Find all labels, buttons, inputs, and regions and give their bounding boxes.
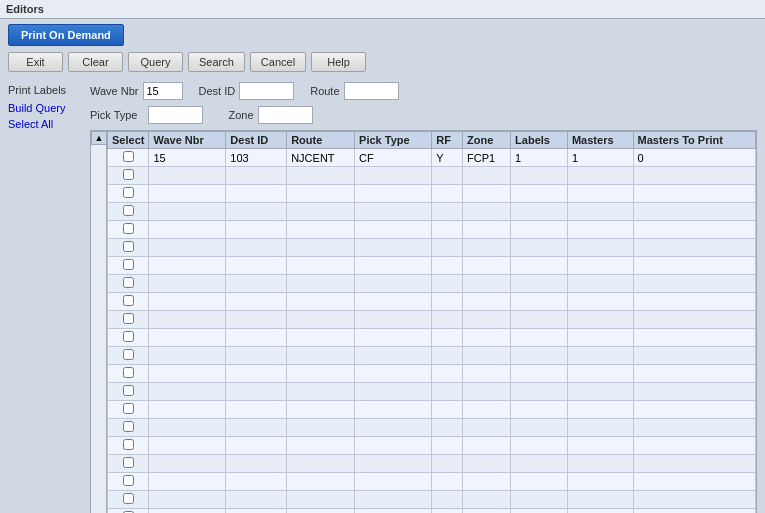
exit-button[interactable]: Exit (8, 52, 63, 72)
title-bar: Editors (0, 0, 765, 19)
col-zone: Zone (462, 132, 510, 149)
cell-dest-id: 103 (226, 149, 287, 167)
data-table: Select Wave Nbr Dest ID Route Pick Type … (107, 131, 756, 513)
cell-wave-nbr: 15 (149, 149, 226, 167)
content-area: Print Labels Build Query Select All Wave… (0, 76, 765, 513)
table-row (108, 275, 756, 293)
row-checkbox[interactable] (123, 151, 134, 162)
row-checkbox[interactable] (123, 331, 134, 342)
cell-zone: FCP1 (462, 149, 510, 167)
table-row: 15 103 NJCENT CF Y FCP1 1 1 0 (108, 149, 756, 167)
row-checkbox[interactable] (123, 295, 134, 306)
select-all-link[interactable]: Select All (8, 118, 80, 130)
wave-nbr-group: Wave Nbr (90, 82, 183, 100)
zone-input[interactable] (258, 106, 313, 124)
table-row (108, 401, 756, 419)
row-checkbox[interactable] (123, 457, 134, 468)
search-button[interactable]: Search (188, 52, 245, 72)
query-button[interactable]: Query (128, 52, 183, 72)
table-row (108, 509, 756, 514)
row-checkbox[interactable] (123, 475, 134, 486)
window-title: Editors (6, 3, 44, 15)
main-panel: Wave Nbr Dest ID Route Pick Type (90, 80, 757, 513)
col-masters-to-print: Masters To Print (633, 132, 755, 149)
build-query-link[interactable]: Build Query (8, 102, 80, 114)
data-table-container: ▲ ▼ Select Wave Nbr Dest ID Route (90, 130, 757, 513)
form-row-1: Wave Nbr Dest ID Route (90, 80, 757, 102)
table-row (108, 293, 756, 311)
row-checkbox[interactable] (123, 259, 134, 270)
row-checkbox[interactable] (123, 493, 134, 504)
row-checkbox[interactable] (123, 187, 134, 198)
cell-masters: 1 (567, 149, 633, 167)
row-checkbox-cell[interactable] (108, 149, 149, 167)
clear-button[interactable]: Clear (68, 52, 123, 72)
table-row (108, 437, 756, 455)
row-checkbox[interactable] (123, 439, 134, 450)
pick-type-group: Pick Type (90, 106, 203, 124)
row-checkbox[interactable] (123, 241, 134, 252)
route-input[interactable] (344, 82, 399, 100)
table-row (108, 167, 756, 185)
col-dest-id: Dest ID (226, 132, 287, 149)
table-row (108, 365, 756, 383)
cell-rf: Y (432, 149, 463, 167)
scroll-up-button[interactable]: ▲ (91, 131, 107, 145)
toolbar: Print On Demand (0, 19, 765, 50)
table-row (108, 203, 756, 221)
col-rf: RF (432, 132, 463, 149)
table-row (108, 455, 756, 473)
dest-id-label: Dest ID (199, 85, 236, 97)
table-row (108, 185, 756, 203)
wave-nbr-input[interactable] (143, 82, 183, 100)
col-route: Route (287, 132, 355, 149)
action-buttons: Exit Clear Query Search Cancel Help (0, 50, 765, 76)
row-checkbox[interactable] (123, 313, 134, 324)
table-row (108, 257, 756, 275)
print-labels-text: Print Labels (8, 84, 80, 96)
col-select: Select (108, 132, 149, 149)
table-scroll[interactable]: Select Wave Nbr Dest ID Route Pick Type … (107, 131, 756, 513)
row-checkbox[interactable] (123, 421, 134, 432)
col-labels: Labels (511, 132, 568, 149)
row-checkbox[interactable] (123, 403, 134, 414)
help-button[interactable]: Help (311, 52, 366, 72)
pick-type-label: Pick Type (90, 109, 138, 121)
table-row (108, 239, 756, 257)
pick-type-input[interactable] (148, 106, 203, 124)
cell-route: NJCENT (287, 149, 355, 167)
table-row (108, 311, 756, 329)
form-row-2: Pick Type Zone (90, 104, 757, 126)
left-panel: Print Labels Build Query Select All (4, 80, 84, 513)
row-checkbox[interactable] (123, 349, 134, 360)
table-row (108, 329, 756, 347)
row-checkbox[interactable] (123, 367, 134, 378)
row-checkbox[interactable] (123, 205, 134, 216)
route-group: Route (310, 82, 398, 100)
route-label: Route (310, 85, 339, 97)
dest-id-group: Dest ID (199, 82, 295, 100)
cell-labels: 1 (511, 149, 568, 167)
table-row (108, 473, 756, 491)
row-checkbox[interactable] (123, 223, 134, 234)
col-masters: Masters (567, 132, 633, 149)
zone-group: Zone (229, 106, 313, 124)
print-on-demand-button[interactable]: Print On Demand (8, 24, 124, 46)
main-window: Editors Print On Demand Exit Clear Query… (0, 0, 765, 513)
cell-masters-to-print: 0 (633, 149, 755, 167)
table-row (108, 221, 756, 239)
row-checkbox[interactable] (123, 169, 134, 180)
cell-pick-type: CF (355, 149, 432, 167)
table-row (108, 383, 756, 401)
table-row (108, 491, 756, 509)
cancel-button[interactable]: Cancel (250, 52, 306, 72)
dest-id-input[interactable] (239, 82, 294, 100)
table-row (108, 347, 756, 365)
row-checkbox[interactable] (123, 385, 134, 396)
col-wave-nbr: Wave Nbr (149, 132, 226, 149)
col-pick-type: Pick Type (355, 132, 432, 149)
wave-nbr-label: Wave Nbr (90, 85, 139, 97)
table-row (108, 419, 756, 437)
zone-label: Zone (229, 109, 254, 121)
row-checkbox[interactable] (123, 277, 134, 288)
